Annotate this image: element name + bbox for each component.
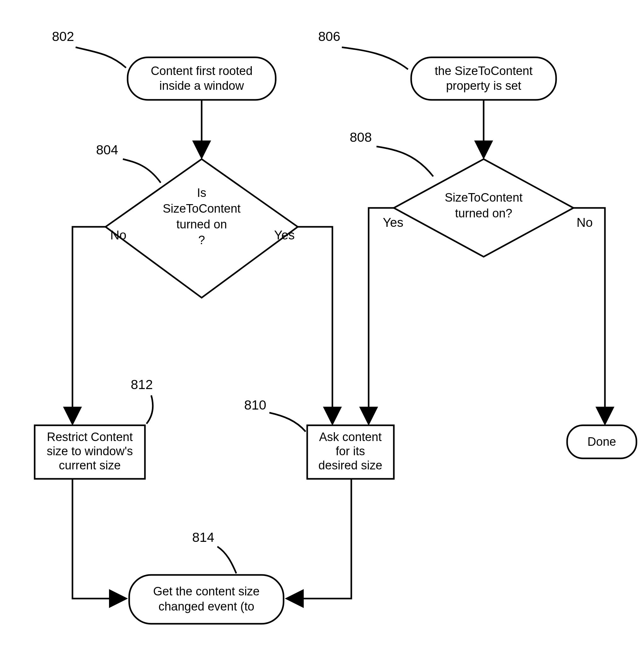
flowchart-diagram: Content first rooted inside a window 802… [0, 0, 644, 654]
done-l1: Done [588, 435, 616, 448]
svg-rect-5 [129, 575, 283, 624]
label-808-no: No [577, 215, 593, 229]
n806-l2: property is set [446, 79, 522, 92]
n808-l1: SizeToContent [444, 191, 523, 204]
n806-l1: the SizeToContent [435, 64, 533, 77]
edge-812-814 [72, 479, 126, 599]
n810-l3: desired size [319, 459, 383, 472]
process-810: Ask content for its desired size [307, 425, 394, 479]
ref-802: 802 [52, 29, 74, 44]
n810-l1: Ask content [319, 430, 382, 444]
ref-804: 804 [96, 142, 118, 157]
ref-808: 808 [350, 130, 372, 145]
ref-806: 806 [318, 29, 340, 44]
n808-l2: turned on? [455, 207, 512, 220]
leader-804 [123, 159, 161, 183]
terminal-814: Get the content size changed event (to [129, 575, 283, 624]
ref-812: 812 [131, 377, 153, 392]
terminal-806: the SizeToContent property is set [411, 57, 556, 100]
terminal-done: Done [567, 425, 637, 458]
n804-l3: turned on [177, 218, 227, 231]
leader-810 [269, 413, 306, 431]
edge-810-814 [287, 479, 351, 599]
n804-l1: Is [197, 186, 206, 200]
terminal-802: Content first rooted inside a window [128, 57, 276, 100]
decision-808: SizeToContent turned on? [394, 159, 573, 257]
label-804-no: No [110, 228, 127, 242]
n802-l2: inside a window [159, 79, 244, 92]
n804-l2: SizeToContent [163, 202, 241, 215]
n804-l4: ? [198, 233, 205, 247]
label-808-yes: Yes [383, 215, 403, 229]
leader-806 [342, 47, 408, 69]
n802-l1: Content first rooted [151, 64, 252, 77]
edge-808-yes [369, 208, 394, 424]
svg-rect-1 [411, 57, 556, 100]
svg-rect-0 [128, 57, 276, 100]
leader-812 [146, 395, 153, 424]
n812-l3: current size [59, 459, 121, 472]
decision-804: Is SizeToContent turned on ? [106, 159, 298, 298]
edge-804-no [72, 227, 106, 424]
leader-802 [76, 47, 126, 68]
ref-810: 810 [244, 398, 266, 412]
label-804-yes: Yes [274, 228, 295, 242]
leader-814 [217, 546, 236, 574]
edge-808-no [573, 208, 605, 424]
n812-l1: Restrict Content [47, 430, 133, 444]
n814-l2: changed event (to [159, 600, 254, 613]
ref-814: 814 [192, 530, 214, 545]
n812-l2: size to window's [47, 444, 133, 458]
leader-808 [376, 146, 433, 177]
edge-804-yes [298, 227, 332, 424]
process-812: Restrict Content size to window's curren… [34, 425, 145, 479]
n810-l2: for its [336, 444, 365, 458]
n814-l1: Get the content size [153, 585, 260, 598]
